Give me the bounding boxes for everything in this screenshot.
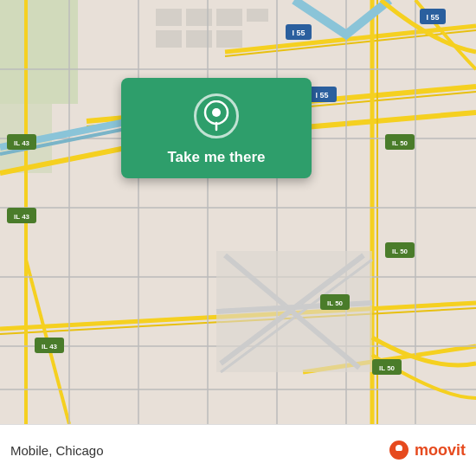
svg-text:IL 50: IL 50: [327, 299, 344, 307]
location-icon-wrapper: [194, 93, 239, 138]
svg-text:IL 43: IL 43: [42, 343, 58, 351]
map-svg: I 55 I 55 I 55 IL 50 IL 50 IL 50 IL 50 I…: [0, 0, 476, 424]
moovit-icon: [387, 439, 411, 463]
svg-point-52: [396, 445, 402, 452]
svg-point-50: [212, 108, 221, 117]
svg-text:I 55: I 55: [315, 91, 328, 100]
take-me-there-button[interactable]: Take me there: [121, 78, 312, 178]
svg-rect-9: [216, 30, 242, 48]
svg-text:IL 43: IL 43: [14, 213, 30, 221]
svg-rect-5: [216, 9, 242, 26]
svg-rect-6: [247, 9, 268, 22]
svg-rect-3: [156, 9, 182, 26]
bottom-bar: Mobile, Chicago moovit: [0, 424, 476, 476]
svg-text:IL 50: IL 50: [392, 248, 408, 255]
svg-text:I 55: I 55: [426, 13, 439, 22]
popup-label: Take me there: [167, 149, 265, 166]
svg-text:IL 43: IL 43: [14, 139, 30, 147]
svg-text:IL 50: IL 50: [392, 139, 408, 147]
svg-rect-1: [0, 0, 78, 104]
svg-rect-7: [156, 30, 182, 48]
location-pin-icon: [203, 100, 229, 132]
moovit-text: moovit: [415, 441, 466, 460]
moovit-logo: moovit: [387, 439, 466, 463]
svg-text:IL 50: IL 50: [379, 364, 396, 372]
app-label: Mobile, Chicago: [10, 443, 387, 458]
svg-text:I 55: I 55: [292, 29, 305, 37]
map-area: I 55 I 55 I 55 IL 50 IL 50 IL 50 IL 50 I…: [0, 0, 476, 424]
